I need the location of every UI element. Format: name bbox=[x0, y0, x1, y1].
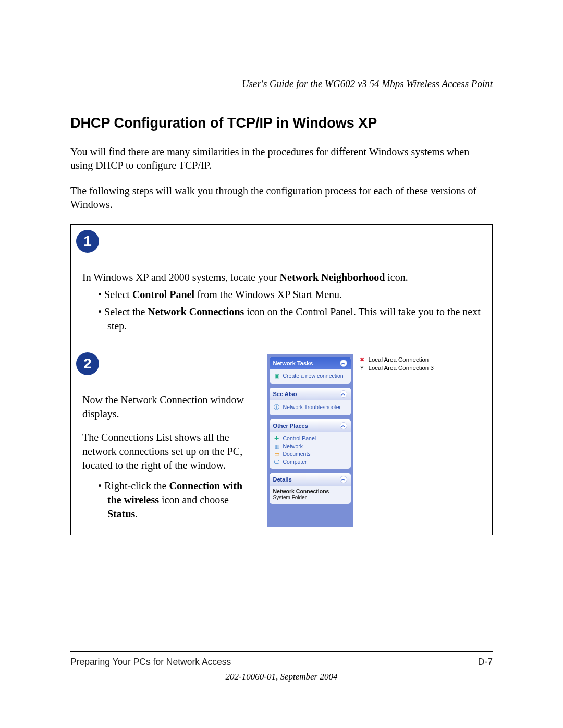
running-header: User's Guide for the WG602 v3 54 Mbps Wi… bbox=[70, 78, 493, 96]
xp-task-item: ▣Create a new connection bbox=[273, 372, 347, 380]
chevron-up-icon: ︽ bbox=[340, 360, 347, 367]
documents-icon: ▭ bbox=[273, 451, 280, 458]
steps-container: 1 In Windows XP and 2000 systems, locate… bbox=[70, 224, 493, 535]
step-1-lead-bold: Network Neighborhood bbox=[280, 272, 385, 283]
page-number: D-7 bbox=[478, 657, 493, 668]
step-1-text: In Windows XP and 2000 systems, locate y… bbox=[82, 270, 481, 333]
footer-rule bbox=[70, 651, 493, 652]
xp-panel-body-seealso: ⓘNetwork Troubleshooter bbox=[270, 400, 351, 415]
step-2-text: Now the Network Connection window displa… bbox=[82, 393, 249, 521]
xp-panel-head-other: Other Places ︽ bbox=[270, 419, 351, 432]
control-panel-icon: ✚ bbox=[273, 435, 280, 442]
lan-icon: Y bbox=[359, 365, 366, 371]
footer-line: Preparing Your PCs for Network Access D-… bbox=[70, 657, 493, 668]
intro-paragraph-2: The following steps will walk you throug… bbox=[70, 184, 493, 212]
info-icon: ⓘ bbox=[273, 403, 280, 411]
intro-paragraph-1: You will find there are many similaritie… bbox=[70, 145, 493, 172]
step-2-screenshot: Network Tasks ︽ ▣Create a new connection… bbox=[256, 347, 492, 535]
xp-panel-details: Details ︽ Network Connections System Fol… bbox=[270, 473, 351, 504]
step-1-bullet-1: Select Control Panel from the Windows XP… bbox=[107, 288, 481, 302]
xp-panel-head-details: Details ︽ bbox=[270, 473, 351, 486]
connection-item: Y Local Area Connection 3 bbox=[359, 365, 485, 371]
chevron-up-icon: ︽ bbox=[340, 476, 347, 483]
step-2-p2: The Connections List shows all the netwo… bbox=[82, 430, 249, 473]
network-icon: ▥ bbox=[273, 443, 280, 450]
footer-section: Preparing Your PCs for Network Access bbox=[70, 657, 231, 668]
step-1-bullets: Select Control Panel from the Windows XP… bbox=[82, 288, 481, 333]
step-badge-2: 2 bbox=[76, 352, 99, 375]
xp-seealso-item: ⓘNetwork Troubleshooter bbox=[273, 403, 347, 412]
document-page: User's Guide for the WG602 v3 54 Mbps Wi… bbox=[0, 0, 563, 728]
chevron-up-icon: ︽ bbox=[340, 422, 347, 429]
xp-panel-body-other: ✚Control Panel ▥Network ▭Documents 🖵Comp… bbox=[270, 432, 351, 469]
step-2-text-column: 2 Now the Network Connection window disp… bbox=[71, 347, 256, 535]
step-2-p1: Now the Network Connection window displa… bbox=[82, 393, 249, 421]
computer-icon: 🖵 bbox=[273, 459, 280, 465]
xp-panel-head-seealso: See Also ︽ bbox=[270, 388, 351, 400]
xp-task-sidebar: Network Tasks ︽ ▣Create a new connection… bbox=[267, 354, 353, 527]
footer-date: 202-10060-01, September 2004 bbox=[0, 672, 563, 682]
lan-disabled-icon: ✖ bbox=[359, 356, 366, 363]
xp-connection-list: ✖ Local Area Connection Y Local Area Con… bbox=[359, 354, 485, 527]
xp-panel-body-tasks: ▣Create a new connection bbox=[270, 369, 351, 384]
step-badge-1: 1 bbox=[76, 230, 99, 253]
xp-other-item: ▥Network bbox=[273, 442, 347, 450]
chevron-up-icon: ︽ bbox=[340, 390, 347, 398]
section-title: DHCP Configuration of TCP/IP in Windows … bbox=[70, 115, 493, 131]
step-1-lead-a: In Windows XP and 2000 systems, locate y… bbox=[82, 272, 280, 283]
xp-panel-see-also: See Also ︽ ⓘNetwork Troubleshooter bbox=[270, 388, 351, 415]
step-2-bullets: Right-click the Connection with the wire… bbox=[82, 479, 249, 521]
xp-panel-network-tasks: Network Tasks ︽ ▣Create a new connection bbox=[270, 357, 351, 384]
xp-panel-head-tasks: Network Tasks ︽ bbox=[270, 357, 351, 369]
xp-other-item: ✚Control Panel bbox=[273, 435, 347, 442]
xp-panel-other-places: Other Places ︽ ✚Control Panel ▥Network ▭… bbox=[270, 419, 351, 469]
new-connection-icon: ▣ bbox=[273, 373, 280, 379]
connection-item: ✖ Local Area Connection bbox=[359, 356, 485, 363]
step-1: 1 In Windows XP and 2000 systems, locate… bbox=[71, 225, 492, 347]
xp-other-item: ▭Documents bbox=[273, 450, 347, 458]
step-1-bullet-2: Select the Network Connections icon on t… bbox=[107, 305, 481, 333]
step-2-bullet-1: Right-click the Connection with the wire… bbox=[107, 479, 249, 521]
step-2: 2 Now the Network Connection window disp… bbox=[71, 347, 492, 535]
xp-other-item: 🖵Computer bbox=[273, 458, 347, 465]
step-1-lead-c: icon. bbox=[385, 272, 408, 283]
xp-panel-body-details: Network Connections System Folder bbox=[270, 486, 351, 504]
